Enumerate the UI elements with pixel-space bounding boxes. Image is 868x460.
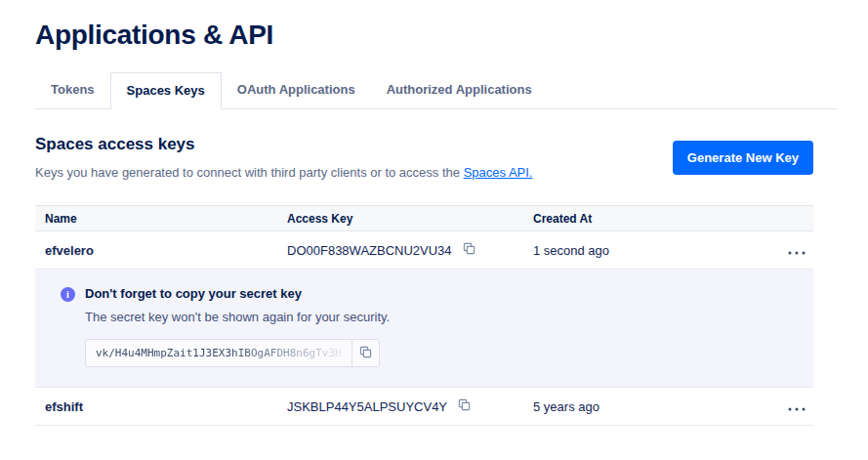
column-header-name: Name (45, 212, 287, 226)
tab-oauth-applications[interactable]: OAuth Applications (222, 72, 371, 109)
table-header-row: Name Access Key Created At (35, 205, 813, 231)
access-key-value: JSKBLP44Y5ALPSUYCV4Y (287, 399, 447, 414)
section-description: Keys you have generated to connect with … (35, 165, 532, 180)
section-description-text: Keys you have generated to connect with … (35, 165, 464, 180)
secret-key-notice: i Don't forget to copy your secret key T… (35, 270, 813, 388)
key-name: efshift (45, 399, 287, 414)
secret-key-notice-body: Don't forget to copy your secret key The… (85, 286, 390, 367)
copy-icon (458, 398, 471, 414)
created-at-value: 5 years ago (533, 399, 770, 414)
section-title: Spaces access keys (35, 135, 532, 154)
section-header-text: Spaces access keys Keys you have generat… (35, 135, 532, 180)
tab-spaces-keys[interactable]: Spaces Keys (110, 72, 222, 109)
spaces-api-link[interactable]: Spaces API. (464, 165, 533, 180)
tab-authorized-applications[interactable]: Authorized Applications (371, 72, 548, 109)
copy-icon (359, 346, 372, 361)
table-row: efshift JSKBLP44Y5ALPSUYCV4Y 5 years ago (35, 388, 813, 426)
tab-tokens[interactable]: Tokens (35, 72, 110, 109)
section-header: Spaces access keys Keys you have generat… (35, 135, 813, 180)
copy-access-key-button[interactable] (461, 240, 477, 260)
access-key-cell: DO00F838WAZBCNU2VU34 (287, 240, 533, 260)
spaces-keys-table: Name Access Key Created At efvelero DO00… (35, 205, 813, 426)
page-title: Applications & API (35, 20, 813, 51)
info-icon: i (61, 287, 75, 302)
tab-bar: Tokens Spaces Keys OAuth Applications Au… (35, 72, 837, 109)
secret-key-value: vk/H4u4MHmpZait1J3EX3hIBOgAFDH8n6gTv3H (86, 340, 351, 366)
tab-bar-filler (548, 72, 837, 109)
ellipsis-icon (788, 243, 806, 258)
column-header-created-at: Created At (533, 212, 770, 226)
key-name: efvelero (45, 243, 287, 258)
row-actions-menu-button[interactable] (786, 241, 807, 260)
table-row: efvelero DO00F838WAZBCNU2VU34 1 second a… (35, 231, 813, 270)
ellipsis-icon (788, 399, 806, 414)
copy-access-key-button[interactable] (456, 397, 473, 416)
access-key-value: DO00F838WAZBCNU2VU34 (287, 243, 452, 258)
secret-notice-title: Don't forget to copy your secret key (85, 286, 390, 301)
copy-icon (463, 242, 475, 258)
secret-notice-subtitle: The secret key won't be shown again for … (85, 310, 390, 324)
access-key-cell: JSKBLP44Y5ALPSUYCV4Y (287, 397, 533, 416)
copy-secret-key-button[interactable] (351, 340, 379, 366)
generate-new-key-button[interactable]: Generate New Key (673, 141, 813, 175)
page-container: Applications & API Tokens Spaces Keys OA… (0, 0, 868, 426)
created-at-value: 1 second ago (533, 243, 770, 258)
column-header-access-key: Access Key (287, 212, 533, 226)
secret-key-box: vk/H4u4MHmpZait1J3EX3hIBOgAFDH8n6gTv3H (85, 339, 380, 367)
row-actions-menu-button[interactable] (786, 397, 807, 416)
